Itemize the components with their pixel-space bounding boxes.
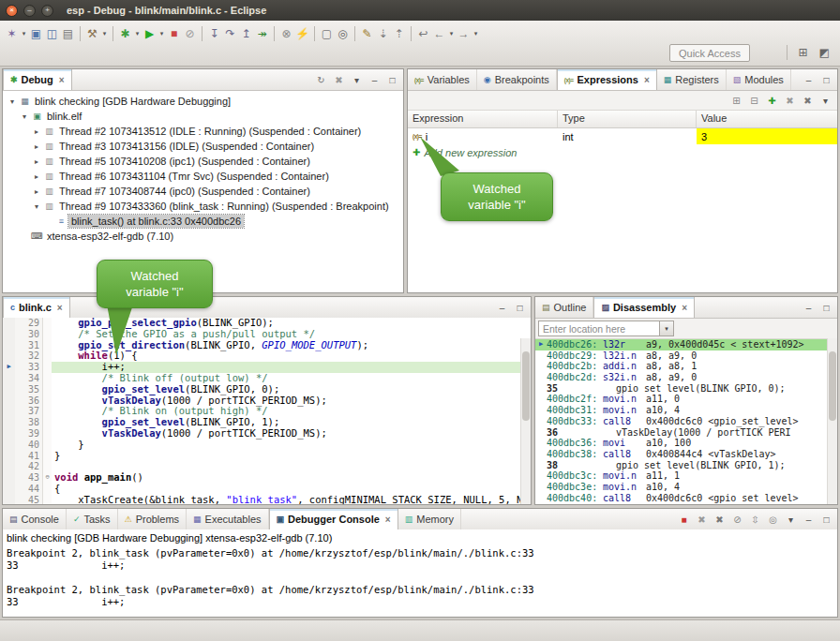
add-expression-icon[interactable]: ✚ <box>766 96 778 106</box>
tab-debug[interactable]: ✱Debug× <box>3 69 72 90</box>
window-maximize-icon[interactable]: + <box>41 5 53 17</box>
code-line[interactable]: 45 xTaskCreate(&blink_task, "blink_task"… <box>3 495 531 504</box>
restart-icon[interactable]: ↻ <box>315 75 327 85</box>
tab-outline[interactable]: ▤Outline <box>535 297 593 318</box>
debug-tree-row[interactable]: ▸▥Thread #3 1073413156 (IDLE) (Suspended… <box>3 139 403 154</box>
minimize-view-icon[interactable]: – <box>802 303 815 313</box>
expand-arrow-icon[interactable]: ▸ <box>31 142 42 151</box>
expand-arrow-icon[interactable]: ▸ <box>31 187 42 196</box>
disassembly-row[interactable]: 400dbc2b:addi.na8, a8, 1 <box>535 361 837 372</box>
tab-console[interactable]: ▤Console <box>3 509 67 529</box>
skip-breakpoints-icon[interactable]: ⊘ <box>182 25 198 42</box>
remove-expression-icon[interactable]: ✖ <box>784 96 796 106</box>
debug-tree-row[interactable]: ▸▥Thread #7 1073408744 (ipc0) (Suspended… <box>3 184 403 199</box>
mark-occurrences-icon[interactable]: ✎ <box>359 25 375 42</box>
run-icon[interactable]: ▶ <box>142 25 158 42</box>
forward-icon-dropdown[interactable]: ▾ <box>472 30 480 37</box>
open-perspective-icon[interactable]: ⊞ <box>795 44 811 61</box>
annotation-gutter[interactable] <box>3 384 15 395</box>
expression-row[interactable]: (x)=iint3 <box>408 128 837 144</box>
minimize-view-icon[interactable]: – <box>802 514 815 525</box>
debug-tree-row[interactable]: ▾▥Thread #9 1073433360 (blink_task : Run… <box>3 199 403 214</box>
new-wizard-icon-dropdown[interactable]: ▾ <box>20 30 28 37</box>
tab-breakpoints[interactable]: ◉Breakpoints <box>477 69 557 90</box>
collapse-arrow-icon[interactable]: ▾ <box>31 202 42 211</box>
disassembly-row[interactable]: 400dbc3c:movi.na11, 1 <box>535 470 837 482</box>
tab-registers[interactable]: ▦Registers <box>657 69 727 90</box>
disassembly-row[interactable]: 400dbc31:movi.na10, 4 <box>535 405 837 416</box>
debug-tree-row[interactable]: ▾▦blink checking [GDB Hardware Debugging… <box>3 94 403 109</box>
collapse-arrow-icon[interactable]: ▾ <box>19 112 30 121</box>
column-header-type[interactable]: Type <box>558 111 697 127</box>
disassembly-row[interactable]: 35gpio_set_level(BLINK_GPIO, 0); <box>535 383 837 395</box>
disassembly-row[interactable]: 38gpio_set_level(BLINK_GPIO, 1); <box>535 460 837 471</box>
close-tab-icon[interactable]: × <box>57 303 63 313</box>
tab-problems[interactable]: ⚠Problems <box>118 509 188 529</box>
clear-console-icon[interactable]: ⊘ <box>731 514 743 525</box>
remove-all-expressions-icon[interactable]: ✖ <box>802 96 814 106</box>
build-icon-dropdown[interactable]: ▾ <box>100 30 109 37</box>
disassembly-row[interactable]: 400dbc36:movia10, 100 <box>535 438 837 449</box>
debug-perspective-icon[interactable]: ◩ <box>817 44 832 61</box>
annotation-gutter[interactable] <box>3 461 15 472</box>
annotation-gutter[interactable] <box>3 417 15 428</box>
view-menu-icon[interactable]: ▾ <box>819 96 832 106</box>
window-minimize-icon[interactable]: – <box>23 5 36 17</box>
step-into-icon[interactable]: ↧ <box>206 25 222 42</box>
annotation-gutter[interactable] <box>3 495 15 504</box>
resume-icon[interactable]: ↠ <box>254 25 270 42</box>
code-line[interactable]: 41} <box>3 451 531 462</box>
previous-annotation-icon[interactable]: ⇡ <box>391 25 407 42</box>
code-line[interactable]: 43⊖void app_main() <box>3 472 531 484</box>
disassembly-row[interactable]: ▶400dbc26:l32ra9, 0x400d045c < stext+109… <box>535 339 837 350</box>
disassembly-row[interactable]: 400dbc2d:s32i.na8, a9, 0 <box>535 372 837 383</box>
tab-executables[interactable]: ▦Executables <box>187 509 268 529</box>
step-over-icon[interactable]: ↷ <box>222 25 238 42</box>
debug-icon[interactable]: ✱ <box>117 25 133 42</box>
annotation-gutter[interactable] <box>3 350 15 362</box>
disassembly-row[interactable]: 400dbc40:call80x400dc6c0 <gpio_set_level… <box>535 493 837 504</box>
disassembly-row[interactable]: 39vTaskDelay(1000 / portTICK_PERI <box>535 503 837 505</box>
quick-access-button[interactable]: Quick Access <box>669 44 750 62</box>
add-expression-row[interactable]: ✚Add new expression <box>408 144 837 160</box>
minimize-view-icon[interactable]: – <box>496 303 508 313</box>
debug-tree-row[interactable]: ▾▣blink.elf <box>3 109 403 124</box>
annotation-gutter[interactable] <box>3 395 15 407</box>
back-icon[interactable]: ← <box>431 25 447 42</box>
save-all-icon[interactable]: ◫ <box>44 25 60 42</box>
tab-disassembly[interactable]: ▨Disassembly× <box>593 297 695 318</box>
annotation-gutter[interactable] <box>3 451 15 462</box>
close-tab-icon[interactable]: × <box>682 303 687 313</box>
maximize-view-icon[interactable]: □ <box>514 303 526 313</box>
remove-all-launches-icon[interactable]: ✖ <box>713 514 726 525</box>
new-file-icon[interactable]: ▢ <box>319 25 335 42</box>
scrollbar-thumb[interactable] <box>829 351 836 421</box>
tab-memory[interactable]: ▥Memory <box>398 509 461 529</box>
column-header-expression[interactable]: Expression <box>408 111 558 127</box>
build-icon[interactable]: ⚒ <box>84 25 100 42</box>
debug-tree-row[interactable]: ▸▥Thread #5 1073410208 (ipc1) (Suspended… <box>3 154 403 169</box>
minimize-view-icon[interactable]: – <box>802 75 815 85</box>
print-icon[interactable]: ▤ <box>60 25 76 42</box>
maximize-view-icon[interactable]: □ <box>820 514 832 525</box>
annotation-gutter[interactable] <box>3 318 15 329</box>
annotation-gutter[interactable] <box>3 428 15 440</box>
location-dropdown-icon[interactable]: ▾ <box>660 320 674 336</box>
annotation-gutter[interactable] <box>3 329 15 340</box>
scroll-lock-icon[interactable]: ⇳ <box>749 514 761 525</box>
next-annotation-icon[interactable]: ⇣ <box>375 25 391 42</box>
tab-variables[interactable]: (x)=Variables <box>408 69 477 90</box>
minimize-view-icon[interactable]: – <box>368 75 381 85</box>
expand-arrow-icon[interactable]: ▸ <box>31 172 42 181</box>
collapse-arrow-icon[interactable]: ▾ <box>7 97 18 106</box>
editor-scrollbar[interactable] <box>520 338 531 504</box>
tab-expressions[interactable]: (x)=Expressions× <box>557 69 657 90</box>
tab-debugger-console[interactable]: ▣Debugger Console× <box>269 509 398 529</box>
save-icon[interactable]: ▣ <box>28 25 44 42</box>
annotation-gutter[interactable] <box>3 484 15 495</box>
flash-icon[interactable]: ⚡ <box>294 25 310 42</box>
close-tab-icon[interactable]: × <box>385 514 391 525</box>
remove-all-terminated-icon[interactable]: ✖ <box>333 75 345 85</box>
view-menu-icon[interactable]: ▾ <box>785 514 797 525</box>
debug-tree-row[interactable]: ▸▥Thread #6 1073431104 (Tmr Svc) (Suspen… <box>3 169 403 184</box>
